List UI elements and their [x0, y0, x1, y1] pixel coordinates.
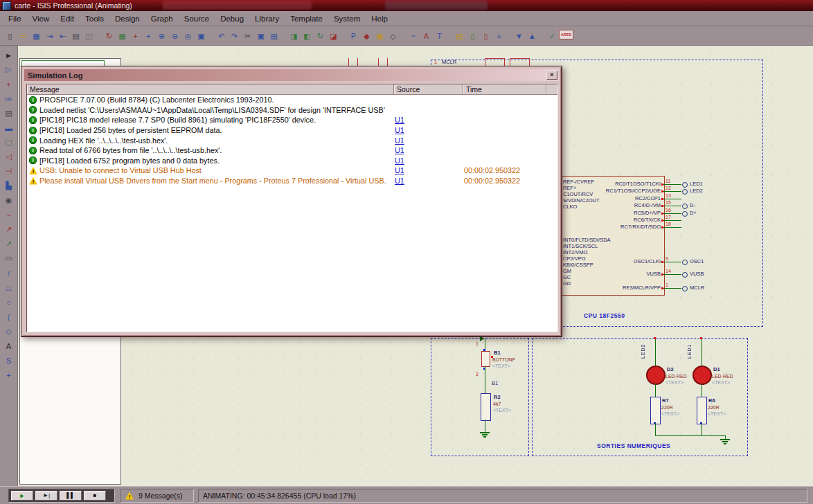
zoom-area-icon[interactable]: ▣ [195, 30, 208, 42]
decompose-icon[interactable]: ◇ [386, 30, 400, 42]
search-and-tag-icon[interactable]: A [420, 30, 433, 42]
message-count-panel[interactable]: ! 9 Message(s) [120, 489, 194, 503]
log-row[interactable]: i[PIC18] Loaded 6752 program bytes and 0… [27, 156, 557, 166]
log-row[interactable]: iLoading HEX file '..\..\..\..\test-usb.… [27, 135, 557, 145]
save-icon[interactable]: ▦ [30, 30, 43, 42]
redraw-icon[interactable]: ↻ [102, 30, 116, 42]
column-header-source[interactable]: Source [394, 84, 463, 95]
copy-icon[interactable]: ▣ [254, 30, 267, 42]
graphics-markers-mode-icon[interactable]: + [2, 368, 16, 381]
toggle-grid-icon[interactable]: ▦ [116, 30, 129, 42]
buses-mode-icon[interactable]: ▬ [2, 121, 16, 134]
design-explorer-icon[interactable]: ▤ [453, 30, 466, 42]
close-icon[interactable]: × [546, 71, 557, 80]
pan-icon[interactable]: + [142, 30, 155, 42]
packaging-tool-icon[interactable]: ▣ [373, 30, 386, 42]
terminal[interactable] [682, 182, 688, 188]
zoom-all-icon[interactable]: ◎ [181, 30, 195, 42]
menu-view[interactable]: View [27, 13, 55, 24]
redo-icon[interactable]: ↷ [228, 30, 241, 42]
graphics-circle-mode-icon[interactable]: ○ [2, 296, 16, 309]
print-icon[interactable]: ▤ [69, 30, 82, 42]
menu-tools[interactable]: Tools [80, 13, 109, 24]
make-device-icon[interactable]: ◆ [360, 30, 373, 42]
generator-mode-icon[interactable]: ~ [2, 208, 16, 222]
menu-debug[interactable]: Debug [215, 13, 249, 24]
voltage-probe-mode-icon[interactable]: ↗ [2, 223, 16, 236]
pause-button[interactable]: ▌▌ [60, 491, 82, 501]
zoom-out-icon[interactable]: ⊖ [168, 30, 181, 42]
stop-button[interactable]: ■ [84, 491, 106, 501]
false-origin-icon[interactable]: + [129, 30, 142, 42]
menu-help[interactable]: Help [366, 13, 393, 24]
terminal[interactable] [682, 204, 688, 209]
resistor-r2[interactable] [481, 393, 491, 421]
block-rotate-icon[interactable]: ↻ [314, 30, 327, 42]
subcircuit-mode-icon[interactable]: ▢ [2, 136, 16, 149]
terminal[interactable] [682, 272, 688, 278]
log-row[interactable]: i[PIC18] PIC18 model release 7.7 SP0 (Bu… [27, 115, 557, 125]
resistor-r7[interactable] [650, 397, 661, 424]
log-source-link[interactable]: U1 [395, 177, 464, 185]
log-source-link[interactable]: U1 [395, 126, 464, 134]
component-mode-icon[interactable]: ▷ [2, 63, 16, 76]
mark-output-area-icon[interactable]: ◫ [82, 30, 96, 42]
log-row[interactable]: iLoaded netlist 'C:\Users\ASMAAU~1\AppDa… [27, 105, 557, 116]
column-header-message[interactable]: Message [27, 84, 394, 95]
block-copy-icon[interactable]: ◨ [287, 30, 301, 42]
exit-to-parent-icon[interactable]: ▲ [526, 30, 539, 42]
open-folder-icon[interactable]: ▭ [17, 30, 30, 42]
menu-graph[interactable]: Graph [145, 13, 179, 24]
terminal[interactable] [682, 189, 688, 195]
led-d2[interactable] [646, 366, 665, 385]
dialog-titlebar[interactable]: Simulation Log × [24, 69, 559, 81]
tape-recorder-mode-icon[interactable]: ◉ [2, 194, 16, 207]
log-row[interactable]: i[PIC18] Loaded 256 bytes of persistent … [27, 125, 557, 136]
electrical-rule-check-icon[interactable]: ✓ [546, 30, 559, 42]
menu-design[interactable]: Design [109, 13, 145, 24]
menu-template[interactable]: Template [285, 13, 328, 24]
graphics-text-mode-icon[interactable]: A [2, 339, 16, 352]
remove-sheet-icon[interactable]: ▯ [479, 30, 492, 42]
property-assignment-icon[interactable]: T [433, 30, 446, 42]
graphics-box-mode-icon[interactable]: □ [2, 281, 16, 294]
led-d1[interactable] [693, 366, 712, 385]
log-source-link[interactable]: U1 [395, 166, 464, 174]
menu-source[interactable]: Source [179, 13, 215, 24]
wire-autorouter-icon[interactable]: ~ [406, 30, 420, 42]
current-probe-mode-icon[interactable]: ↗ [2, 237, 16, 251]
goto-sheet-icon[interactable]: » [492, 30, 506, 42]
terminal[interactable] [682, 286, 688, 291]
terminal[interactable] [682, 260, 688, 265]
resistor-r6[interactable] [697, 397, 707, 424]
new-sheet-icon[interactable]: ▯ [466, 30, 479, 42]
menu-edit[interactable]: Edit [55, 13, 80, 24]
play-button[interactable]: ► [11, 491, 33, 501]
log-source-link[interactable]: U1 [395, 146, 464, 154]
log-source-link[interactable]: U1 [395, 116, 464, 124]
zoom-in-icon[interactable]: ⊕ [155, 30, 168, 42]
device-pins-mode-icon[interactable]: ⊣ [2, 165, 16, 178]
export-section-icon[interactable]: ⇤ [56, 30, 69, 42]
graphics-arc-mode-icon[interactable]: ( [2, 310, 16, 323]
menu-file[interactable]: File [3, 13, 27, 24]
log-row[interactable]: !USB: Unable to connect to Virtual USB H… [27, 165, 557, 176]
terminal[interactable] [682, 211, 688, 217]
wire-label-mode-icon[interactable]: LBL [2, 92, 16, 105]
text-script-mode-icon[interactable]: ▤ [2, 107, 16, 120]
log-row[interactable]: iRead total of 6766 bytes from file '..\… [27, 145, 557, 156]
graphics-path-mode-icon[interactable]: ◇ [2, 325, 16, 338]
new-file-icon[interactable]: ▯ [3, 30, 17, 42]
graph-mode-icon[interactable]: ▙ [2, 179, 16, 192]
block-delete-icon[interactable]: ◪ [327, 30, 340, 42]
paste-icon[interactable]: ▤ [267, 30, 280, 42]
log-row[interactable]: iPROSPICE 7.07.00 (Build 8784) (C) Labce… [27, 95, 557, 105]
undo-icon[interactable]: ↶ [215, 30, 228, 42]
log-row[interactable]: !Please install Virtual USB Drivers from… [27, 176, 557, 186]
menu-library[interactable]: Library [249, 13, 285, 24]
pick-parts-icon[interactable]: P [347, 30, 360, 42]
log-source-link[interactable]: U1 [395, 136, 464, 145]
step-button[interactable]: ►| [35, 491, 57, 501]
log-source-link[interactable]: U1 [395, 156, 464, 165]
block-move-icon[interactable]: ◧ [301, 30, 314, 42]
